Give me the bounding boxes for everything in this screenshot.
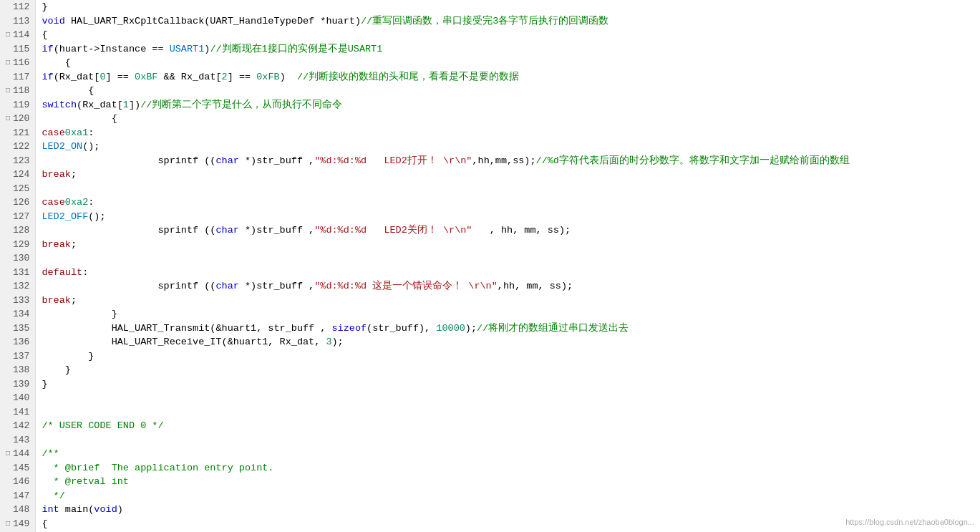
code-line: break; bbox=[36, 294, 980, 308]
code-container: 112113□114115□116117□118119□120121122123… bbox=[0, 0, 980, 532]
collapse-icon[interactable]: □ bbox=[6, 447, 10, 461]
code-line bbox=[36, 391, 980, 405]
line-number: 126 bbox=[6, 195, 29, 210]
line-number: 138 bbox=[6, 363, 29, 377]
line-number: □144 bbox=[6, 447, 29, 461]
code-line: } bbox=[36, 363, 980, 377]
code-line: default: bbox=[36, 266, 980, 280]
code-line: LED2_ON(); bbox=[36, 140, 980, 154]
code-line: { bbox=[36, 28, 980, 42]
watermark: https://blog.csdn.net/zhaoba0blogn... bbox=[845, 518, 974, 526]
code-line: } bbox=[36, 0, 980, 14]
line-number: 134 bbox=[6, 307, 29, 321]
line-number: 121 bbox=[6, 126, 29, 140]
code-line: LED2_OFF(); bbox=[36, 210, 980, 224]
code-line bbox=[36, 182, 980, 196]
code-line: if(huart->Instance == USART1)//判断现在1接口的实… bbox=[36, 42, 980, 57]
collapse-icon[interactable]: □ bbox=[6, 56, 10, 70]
line-number: 112 bbox=[6, 0, 29, 14]
code-line bbox=[36, 251, 980, 266]
code-line: { bbox=[36, 517, 980, 531]
line-number: 123 bbox=[6, 154, 29, 168]
code-line bbox=[36, 405, 980, 420]
line-number: 124 bbox=[6, 168, 29, 182]
line-number: 131 bbox=[6, 266, 29, 280]
line-number: 136 bbox=[6, 335, 29, 349]
code-line: } bbox=[36, 349, 980, 364]
code-line: } bbox=[36, 377, 980, 392]
code-line: if(Rx_dat[0] == 0xBF && Rx_dat[2] == 0xF… bbox=[36, 70, 980, 84]
code-line: sprintf ((char *)str_buff ,"%d:%d:%d LED… bbox=[36, 154, 980, 168]
line-number: 122 bbox=[6, 140, 29, 154]
line-number: □116 bbox=[6, 56, 29, 70]
line-number: 141 bbox=[6, 405, 29, 420]
line-number: 135 bbox=[6, 321, 29, 336]
code-line: case 0xa2: bbox=[36, 195, 980, 210]
line-number: □118 bbox=[6, 84, 29, 98]
code-line: { bbox=[36, 84, 980, 98]
line-number: 137 bbox=[6, 349, 29, 364]
line-number: 128 bbox=[6, 223, 29, 238]
code-line: void HAL_UART_RxCpltCallback(UART_Handle… bbox=[36, 14, 980, 29]
line-number: 129 bbox=[6, 238, 29, 252]
line-number: □149 bbox=[6, 517, 29, 531]
code-line: { bbox=[36, 56, 980, 70]
line-number: 147 bbox=[6, 489, 29, 503]
code-line: break; bbox=[36, 168, 980, 182]
code-line: int main(void) bbox=[36, 503, 980, 517]
code-line: * @retval int bbox=[36, 475, 980, 489]
code-line: sprintf ((char *)str_buff ,"%d:%d:%d LED… bbox=[36, 223, 980, 238]
code-area[interactable]: }void HAL_UART_RxCpltCallback(UART_Handl… bbox=[36, 0, 980, 532]
code-line: switch(Rx_dat[1])//判断第二个字节是什么，从而执行不同命令 bbox=[36, 98, 980, 112]
line-number: 127 bbox=[6, 210, 29, 224]
collapse-icon[interactable]: □ bbox=[6, 112, 10, 126]
line-number: 113 bbox=[6, 14, 29, 29]
code-line: HAL_UART_Receive_IT(&huart1, Rx_dat, 3); bbox=[36, 335, 980, 349]
code-line: /* USER CODE END 0 */ bbox=[36, 419, 980, 433]
line-number: 143 bbox=[6, 433, 29, 448]
collapse-icon[interactable]: □ bbox=[6, 28, 10, 42]
line-number: 132 bbox=[6, 279, 29, 294]
line-number: 142 bbox=[6, 419, 29, 433]
line-number: 130 bbox=[6, 251, 29, 266]
line-number: □120 bbox=[6, 112, 29, 126]
line-number: 117 bbox=[6, 70, 29, 84]
code-line: { bbox=[36, 112, 980, 126]
line-number: 148 bbox=[6, 503, 29, 517]
code-line: HAL_UART_Transmit(&huart1, str_buff , si… bbox=[36, 321, 980, 336]
code-line: break; bbox=[36, 238, 980, 252]
line-number: 125 bbox=[6, 182, 29, 196]
line-number: 119 bbox=[6, 98, 29, 112]
line-number: 139 bbox=[6, 377, 29, 392]
code-line: sprintf ((char *)str_buff ,"%d:%d:%d 这是一… bbox=[36, 279, 980, 294]
code-line: /** bbox=[36, 447, 980, 461]
line-number: 115 bbox=[6, 42, 29, 57]
collapse-icon[interactable]: □ bbox=[6, 84, 10, 98]
line-number: 145 bbox=[6, 461, 29, 475]
line-number: 140 bbox=[6, 391, 29, 405]
line-number: □114 bbox=[6, 28, 29, 42]
line-number: 133 bbox=[6, 294, 29, 308]
code-line: case 0xa1: bbox=[36, 126, 980, 140]
line-number: 146 bbox=[6, 475, 29, 489]
code-line: */ bbox=[36, 489, 980, 503]
code-line: } bbox=[36, 307, 980, 321]
line-numbers: 112113□114115□116117□118119□120121122123… bbox=[0, 0, 36, 532]
code-line bbox=[36, 433, 980, 448]
code-line: * @brief The application entry point. bbox=[36, 461, 980, 475]
collapse-icon[interactable]: □ bbox=[6, 517, 10, 531]
